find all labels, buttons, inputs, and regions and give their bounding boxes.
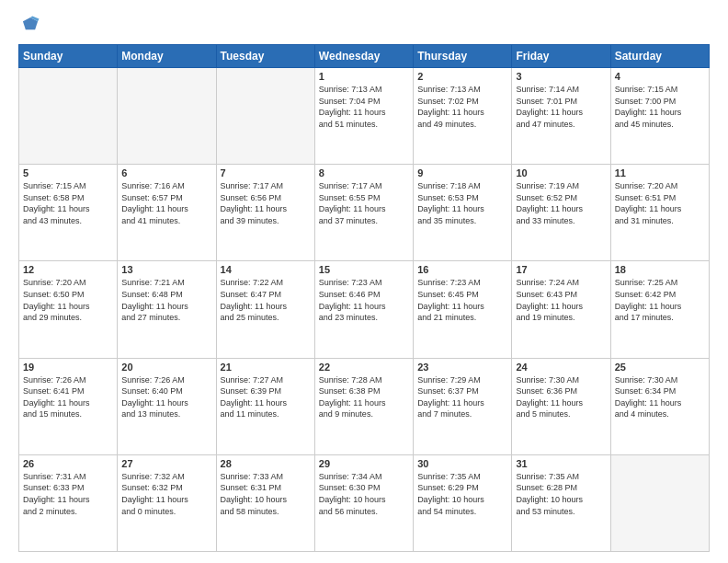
day-number: 28 — [221, 458, 311, 469]
weekday-header-cell: Saturday — [610, 45, 709, 68]
day-info: Sunrise: 7:25 AM Sunset: 6:42 PM Dayligh… — [615, 277, 705, 323]
day-info: Sunrise: 7:32 AM Sunset: 6:32 PM Dayligh… — [121, 471, 211, 517]
logo-icon — [20, 15, 40, 35]
day-info: Sunrise: 7:23 AM Sunset: 6:45 PM Dayligh… — [417, 277, 507, 323]
day-info: Sunrise: 7:18 AM Sunset: 6:53 PM Dayligh… — [417, 180, 507, 226]
calendar-cell: 4Sunrise: 7:15 AM Sunset: 7:00 PM Daylig… — [610, 68, 709, 165]
day-number: 12 — [23, 264, 113, 275]
calendar-cell: 9Sunrise: 7:18 AM Sunset: 6:53 PM Daylig… — [414, 165, 512, 261]
day-number: 16 — [417, 264, 507, 275]
calendar-cell: 2Sunrise: 7:13 AM Sunset: 7:02 PM Daylig… — [414, 68, 512, 165]
day-number: 25 — [615, 362, 705, 373]
calendar-cell: 29Sunrise: 7:34 AM Sunset: 6:30 PM Dayli… — [314, 454, 413, 551]
weekday-header: SundayMondayTuesdayWednesdayThursdayFrid… — [19, 45, 710, 68]
calendar-cell: 27Sunrise: 7:32 AM Sunset: 6:32 PM Dayli… — [118, 454, 216, 551]
day-number: 23 — [417, 362, 507, 373]
day-info: Sunrise: 7:26 AM Sunset: 6:41 PM Dayligh… — [23, 374, 113, 420]
day-number: 9 — [417, 167, 507, 178]
calendar-cell: 22Sunrise: 7:28 AM Sunset: 6:38 PM Dayli… — [314, 358, 413, 454]
calendar-cell: 25Sunrise: 7:30 AM Sunset: 6:34 PM Dayli… — [610, 358, 709, 454]
calendar-week-row: 5Sunrise: 7:15 AM Sunset: 6:58 PM Daylig… — [19, 165, 710, 261]
day-number: 24 — [516, 362, 606, 373]
calendar-cell: 14Sunrise: 7:22 AM Sunset: 6:47 PM Dayli… — [216, 261, 314, 358]
calendar-week-row: 26Sunrise: 7:31 AM Sunset: 6:33 PM Dayli… — [19, 454, 710, 551]
day-info: Sunrise: 7:28 AM Sunset: 6:38 PM Dayligh… — [319, 374, 409, 420]
calendar-cell: 10Sunrise: 7:19 AM Sunset: 6:52 PM Dayli… — [512, 165, 610, 261]
calendar-cell: 13Sunrise: 7:21 AM Sunset: 6:48 PM Dayli… — [118, 261, 216, 358]
calendar-cell: 21Sunrise: 7:27 AM Sunset: 6:39 PM Dayli… — [216, 358, 314, 454]
day-info: Sunrise: 7:14 AM Sunset: 7:01 PM Dayligh… — [516, 84, 606, 130]
calendar-cell — [216, 68, 314, 165]
day-info: Sunrise: 7:13 AM Sunset: 7:04 PM Dayligh… — [319, 84, 409, 130]
calendar-cell: 8Sunrise: 7:17 AM Sunset: 6:55 PM Daylig… — [314, 165, 413, 261]
day-number: 18 — [615, 264, 705, 275]
calendar-cell: 30Sunrise: 7:35 AM Sunset: 6:29 PM Dayli… — [414, 454, 512, 551]
calendar-cell: 15Sunrise: 7:23 AM Sunset: 6:46 PM Dayli… — [314, 261, 413, 358]
day-number: 8 — [319, 167, 409, 178]
day-number: 17 — [516, 264, 606, 275]
calendar-cell: 24Sunrise: 7:30 AM Sunset: 6:36 PM Dayli… — [512, 358, 610, 454]
day-number: 5 — [23, 167, 113, 178]
day-number: 7 — [221, 167, 311, 178]
logo — [18, 15, 44, 35]
day-info: Sunrise: 7:15 AM Sunset: 6:58 PM Dayligh… — [23, 180, 113, 226]
calendar-week-row: 1Sunrise: 7:13 AM Sunset: 7:04 PM Daylig… — [19, 68, 710, 165]
calendar-cell: 28Sunrise: 7:33 AM Sunset: 6:31 PM Dayli… — [216, 454, 314, 551]
header — [18, 15, 710, 35]
calendar-cell: 20Sunrise: 7:26 AM Sunset: 6:40 PM Dayli… — [118, 358, 216, 454]
weekday-header-cell: Sunday — [19, 45, 118, 68]
day-info: Sunrise: 7:20 AM Sunset: 6:50 PM Dayligh… — [23, 277, 113, 323]
calendar-cell: 3Sunrise: 7:14 AM Sunset: 7:01 PM Daylig… — [512, 68, 610, 165]
calendar-week-row: 12Sunrise: 7:20 AM Sunset: 6:50 PM Dayli… — [19, 261, 710, 358]
calendar-cell: 11Sunrise: 7:20 AM Sunset: 6:51 PM Dayli… — [610, 165, 709, 261]
weekday-header-cell: Friday — [512, 45, 610, 68]
calendar-cell: 1Sunrise: 7:13 AM Sunset: 7:04 PM Daylig… — [314, 68, 413, 165]
calendar-cell: 19Sunrise: 7:26 AM Sunset: 6:41 PM Dayli… — [19, 358, 118, 454]
day-number: 1 — [319, 71, 409, 82]
calendar-cell — [19, 68, 118, 165]
day-number: 3 — [516, 71, 606, 82]
calendar-cell: 12Sunrise: 7:20 AM Sunset: 6:50 PM Dayli… — [19, 261, 118, 358]
day-number: 15 — [319, 264, 409, 275]
day-number: 10 — [516, 167, 606, 178]
day-info: Sunrise: 7:19 AM Sunset: 6:52 PM Dayligh… — [516, 180, 606, 226]
calendar-cell: 23Sunrise: 7:29 AM Sunset: 6:37 PM Dayli… — [414, 358, 512, 454]
day-number: 21 — [221, 362, 311, 373]
weekday-header-cell: Monday — [118, 45, 216, 68]
day-info: Sunrise: 7:33 AM Sunset: 6:31 PM Dayligh… — [221, 471, 311, 517]
weekday-header-cell: Tuesday — [216, 45, 314, 68]
calendar-cell: 7Sunrise: 7:17 AM Sunset: 6:56 PM Daylig… — [216, 165, 314, 261]
day-info: Sunrise: 7:16 AM Sunset: 6:57 PM Dayligh… — [121, 180, 211, 226]
day-info: Sunrise: 7:20 AM Sunset: 6:51 PM Dayligh… — [615, 180, 705, 226]
day-info: Sunrise: 7:17 AM Sunset: 6:56 PM Dayligh… — [221, 180, 311, 226]
day-info: Sunrise: 7:34 AM Sunset: 6:30 PM Dayligh… — [319, 471, 409, 517]
day-info: Sunrise: 7:23 AM Sunset: 6:46 PM Dayligh… — [319, 277, 409, 323]
day-number: 4 — [615, 71, 705, 82]
day-number: 31 — [516, 458, 606, 469]
day-number: 13 — [121, 264, 211, 275]
calendar-cell: 6Sunrise: 7:16 AM Sunset: 6:57 PM Daylig… — [118, 165, 216, 261]
page: SundayMondayTuesdayWednesdayThursdayFrid… — [0, 0, 728, 563]
day-number: 2 — [417, 71, 507, 82]
day-info: Sunrise: 7:15 AM Sunset: 7:00 PM Dayligh… — [615, 84, 705, 130]
day-info: Sunrise: 7:17 AM Sunset: 6:55 PM Dayligh… — [319, 180, 409, 226]
day-info: Sunrise: 7:27 AM Sunset: 6:39 PM Dayligh… — [221, 374, 311, 420]
weekday-header-cell: Wednesday — [314, 45, 413, 68]
calendar-cell: 31Sunrise: 7:35 AM Sunset: 6:28 PM Dayli… — [512, 454, 610, 551]
day-info: Sunrise: 7:21 AM Sunset: 6:48 PM Dayligh… — [121, 277, 211, 323]
day-number: 19 — [23, 362, 113, 373]
calendar-week-row: 19Sunrise: 7:26 AM Sunset: 6:41 PM Dayli… — [19, 358, 710, 454]
calendar-cell: 26Sunrise: 7:31 AM Sunset: 6:33 PM Dayli… — [19, 454, 118, 551]
calendar-cell: 16Sunrise: 7:23 AM Sunset: 6:45 PM Dayli… — [414, 261, 512, 358]
day-info: Sunrise: 7:26 AM Sunset: 6:40 PM Dayligh… — [121, 374, 211, 420]
day-number: 26 — [23, 458, 113, 469]
day-info: Sunrise: 7:29 AM Sunset: 6:37 PM Dayligh… — [417, 374, 507, 420]
day-number: 11 — [615, 167, 705, 178]
day-info: Sunrise: 7:22 AM Sunset: 6:47 PM Dayligh… — [221, 277, 311, 323]
calendar: SundayMondayTuesdayWednesdayThursdayFrid… — [18, 44, 710, 552]
day-number: 30 — [417, 458, 507, 469]
calendar-cell: 18Sunrise: 7:25 AM Sunset: 6:42 PM Dayli… — [610, 261, 709, 358]
day-info: Sunrise: 7:35 AM Sunset: 6:29 PM Dayligh… — [417, 471, 507, 517]
day-info: Sunrise: 7:31 AM Sunset: 6:33 PM Dayligh… — [23, 471, 113, 517]
day-info: Sunrise: 7:24 AM Sunset: 6:43 PM Dayligh… — [516, 277, 606, 323]
